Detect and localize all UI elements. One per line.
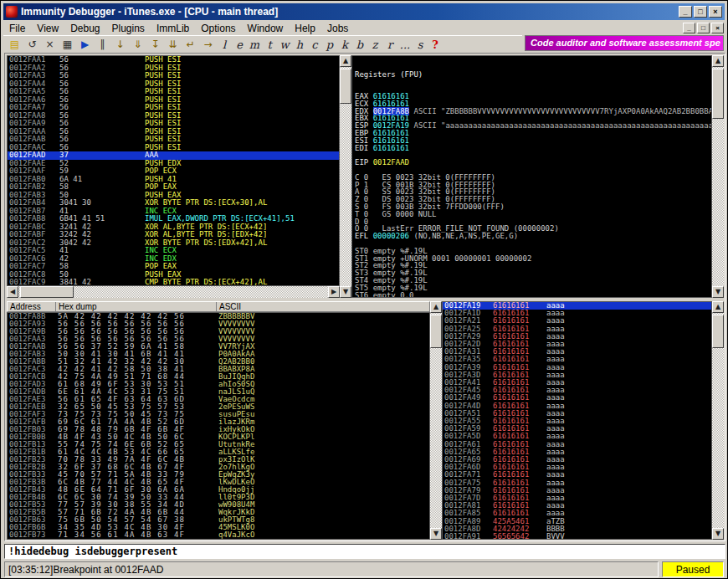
disasm-hscrollbar-inc-button[interactable]: ▶	[328, 286, 340, 298]
stack-row[interactable]: 0012FA2161616161aaaa	[443, 317, 711, 325]
step-into-button[interactable]: ↓	[111, 37, 129, 52]
dump-vscrollbar-inc-button[interactable]: ▼	[430, 528, 442, 540]
close-program-button[interactable]: ×	[41, 37, 59, 52]
menu-item-help[interactable]: Help	[289, 22, 321, 35]
stack-row[interactable]: 0012FA3D61616161aaaa	[443, 371, 711, 379]
banner[interactable]: Code auditor and software assessment spe	[525, 35, 724, 51]
disasm-hscrollbar-dec-button[interactable]: ◀	[7, 286, 18, 298]
close-button[interactable]: ×	[709, 6, 722, 18]
dump-row[interactable]: 0012FB7371 34 56 61 4A 4B 63 4Fq4VaJKcO	[8, 531, 429, 539]
stack-row[interactable]: 0012FA2D61616161aaaa	[443, 341, 711, 348]
stack-row[interactable]: 0012FA1961616161aaaa	[443, 302, 711, 310]
register-line[interactable]: EDI 61616161	[352, 145, 711, 152]
animate-into-button[interactable]: ↧	[146, 37, 164, 52]
mdi-minimize-button[interactable]: _	[683, 23, 695, 33]
stack-row[interactable]: 0012FA8D42424242BBBB	[443, 525, 711, 533]
stack-row[interactable]: 0012FA6561616161aaaa	[443, 448, 711, 456]
maximize-button[interactable]: □	[694, 6, 707, 18]
goto-button[interactable]: →	[199, 37, 217, 52]
stack-row[interactable]: 0012FA5561616161aaaa	[443, 418, 711, 425]
command-input[interactable]	[4, 544, 725, 559]
register-line[interactable]: T 0 GS 0000 NULL	[352, 211, 711, 218]
restart-button[interactable]: ↺	[23, 37, 41, 52]
command-letter-z-button[interactable]: z	[367, 37, 382, 52]
register-line[interactable]: ST6 empty 0.0	[352, 292, 711, 299]
command-letter-b-button[interactable]: b	[352, 37, 367, 52]
stack-row[interactable]: 0012FA3561616161aaaa	[443, 356, 711, 363]
execute-till-return-button[interactable]: ↵	[182, 37, 199, 52]
stack-row[interactable]: 0012FA9156565642BVVV	[443, 533, 711, 540]
stack-row[interactable]: 0012FA89425A5461aTZB	[443, 518, 711, 525]
stack-row[interactable]: 0012FA4561616161aaaa	[443, 387, 711, 394]
animate-over-button[interactable]: ⇊	[164, 37, 182, 52]
stack-row[interactable]: 0012FA7D61616161aaaa	[443, 494, 711, 502]
dump-vscrollbar-thumb[interactable]	[430, 315, 442, 348]
attach-button[interactable]: ▦	[59, 37, 76, 52]
pause-button[interactable]: ‖	[94, 37, 111, 52]
disasm-row[interactable]: 0012FAC93841 42CMP BYTE PTR DS:[ECX+42],…	[8, 279, 339, 286]
disasm-vscrollbar-inc-button[interactable]: ▼	[340, 286, 351, 298]
stack-row[interactable]: 0012FA5961616161aaaa	[443, 425, 711, 433]
stack-row[interactable]: 0012FA5D61616161aaaa	[443, 433, 711, 440]
dump-vscrollbar-dec-button[interactable]: ▲	[430, 301, 442, 313]
stack-row[interactable]: 0012FA2961616161aaaa	[443, 333, 711, 341]
stack-row[interactable]: 0012FA2561616161aaaa	[443, 325, 711, 333]
stack-row[interactable]: 0012FA4161616161aaaa	[443, 379, 711, 387]
disasm-vscrollbar-dec-button[interactable]: ▲	[340, 55, 351, 67]
stack-row[interactable]: 0012FA3161616161aaaa	[443, 348, 711, 356]
command-letter-r-button[interactable]: r	[382, 37, 397, 52]
dump-header-ascii[interactable]: ASCII	[217, 302, 317, 311]
command-letter-c-button[interactable]: c	[307, 37, 322, 52]
menu-item-jobs[interactable]: Jobs	[321, 22, 354, 35]
command-letter-t-button[interactable]: t	[262, 37, 277, 52]
dump-header-address[interactable]: Address	[8, 302, 56, 311]
stack-vscrollbar-dec-button[interactable]: ▲	[712, 301, 724, 313]
command-letter-s-button[interactable]: s	[413, 37, 428, 52]
stack-row[interactable]: 0012FA4961616161aaaa	[443, 394, 711, 402]
registers-vscrollbar-thumb[interactable]	[712, 69, 724, 119]
registers-vscrollbar-dec-button[interactable]: ▲	[712, 55, 724, 67]
step-over-button[interactable]: ⇓	[129, 37, 146, 52]
registers-vscrollbar-inc-button[interactable]: ▼	[712, 286, 724, 298]
command-letter-k-button[interactable]: k	[337, 37, 352, 52]
help-button[interactable]: ?	[428, 37, 443, 52]
dump-header-hex[interactable]: Hex dump	[56, 302, 217, 311]
command-letter-l-button[interactable]: l	[217, 37, 232, 52]
stack-row[interactable]: 0012FA6161616161aaaa	[443, 441, 711, 448]
open-file-button[interactable]: ▤	[6, 37, 23, 52]
disasm-vscrollbar-thumb[interactable]	[340, 69, 351, 104]
command-letter-more-button[interactable]: ...	[397, 37, 413, 52]
register-line[interactable]: EFL 00000206 (NO,NB,NE,A,NS,PE,GE,G)	[352, 233, 711, 240]
menu-item-window[interactable]: Window	[242, 22, 290, 35]
disasm-hscrollbar-thumb[interactable]	[20, 286, 74, 298]
stack-row[interactable]: 0012FA8161616161aaaa	[443, 502, 711, 510]
mdi-close-button[interactable]: ×	[711, 23, 724, 33]
dump-vscrollbar[interactable]: ▲▼	[430, 301, 442, 540]
minimize-button[interactable]: _	[679, 6, 692, 18]
stack-row[interactable]: 0012FA7161616161aaaa	[443, 471, 711, 479]
command-letter-m-button[interactable]: m	[247, 37, 262, 52]
stack-row[interactable]: 0012FA1D61616161aaaa	[443, 310, 711, 317]
mdi-restore-button[interactable]: □	[697, 23, 710, 33]
run-button[interactable]: ▶	[76, 37, 94, 52]
disasm-hscrollbar[interactable]: ◀▶	[7, 286, 340, 298]
stack-row[interactable]: 0012FA7561616161aaaa	[443, 479, 711, 487]
command-letter-h-button[interactable]: h	[292, 37, 307, 52]
stack-row[interactable]: 0012FA6D61616161aaaa	[443, 464, 711, 471]
command-letter-p-button[interactable]: p	[322, 37, 337, 52]
stack-vscrollbar-thumb[interactable]	[712, 315, 724, 348]
menu-item-debug[interactable]: Debug	[64, 22, 105, 35]
menu-item-immlib[interactable]: ImmLib	[151, 22, 195, 35]
stack-vscrollbar-inc-button[interactable]: ▼	[712, 528, 724, 540]
register-line[interactable]: EIP 0012FAAD	[352, 159, 711, 167]
stack-row[interactable]: 0012FA3961616161aaaa	[443, 364, 711, 371]
menu-item-view[interactable]: View	[31, 22, 64, 35]
stack-row[interactable]: 0012FA8561616161aaaa	[443, 510, 711, 517]
stack-row[interactable]: 0012FA4D61616161aaaa	[443, 402, 711, 410]
registers-vscrollbar[interactable]: ▲▼	[712, 55, 724, 298]
command-letter-w-button[interactable]: w	[277, 37, 292, 52]
stack-row[interactable]: 0012FA5161616161aaaa	[443, 410, 711, 418]
menu-item-options[interactable]: Options	[195, 22, 241, 35]
stack-row[interactable]: 0012FA6961616161aaaa	[443, 456, 711, 464]
stack-vscrollbar[interactable]: ▲▼	[712, 301, 724, 540]
